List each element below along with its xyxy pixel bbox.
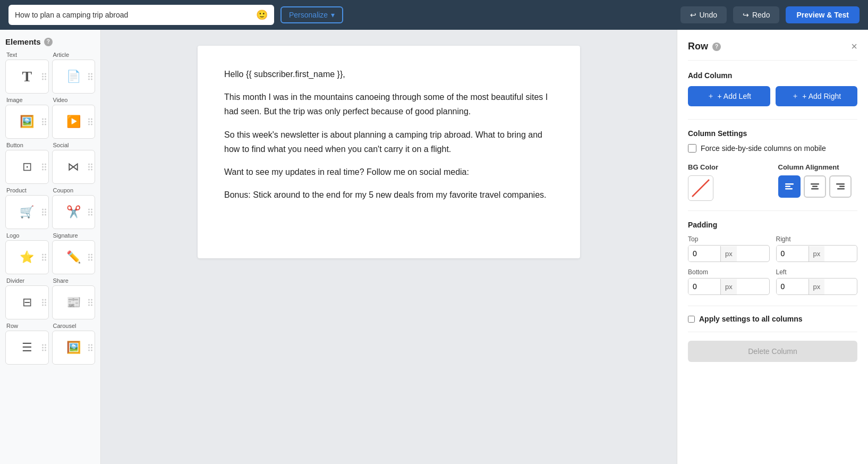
column-settings-title: Column Settings bbox=[688, 129, 857, 138]
share-drag-handle bbox=[88, 299, 92, 306]
padding-right-input-wrap: 0 px bbox=[776, 245, 858, 262]
element-category-text: Text T bbox=[5, 52, 49, 94]
share-label: Share bbox=[52, 277, 96, 284]
coupon-drag-handle bbox=[88, 209, 92, 216]
add-right-button[interactable]: ＋ + Add Right bbox=[776, 86, 858, 106]
bg-color-label: BG Color bbox=[688, 163, 768, 171]
panel-close-button[interactable]: × bbox=[851, 40, 857, 53]
logo-icon: ⭐ bbox=[20, 250, 34, 264]
product-label: Product bbox=[5, 187, 49, 193]
force-columns-label: Force side-by-side columns on mobile bbox=[701, 144, 826, 153]
svg-line-0 bbox=[692, 180, 709, 197]
add-right-icon: ＋ bbox=[792, 91, 799, 101]
row-element-card[interactable]: ☰ bbox=[5, 331, 49, 365]
logo-element-card[interactable]: ⭐ bbox=[5, 240, 49, 274]
signature-element-card[interactable]: ✏️ bbox=[52, 240, 96, 274]
svg-rect-3 bbox=[785, 188, 793, 190]
article-icon: 📄 bbox=[66, 70, 81, 83]
personalize-button[interactable]: Personalize ▾ bbox=[280, 6, 343, 23]
panel-header: Row ? × bbox=[688, 40, 857, 61]
padding-bottom-label: Bottom bbox=[688, 268, 770, 276]
elements-help-icon[interactable]: ? bbox=[44, 38, 53, 46]
divider-drag-handle bbox=[42, 299, 46, 306]
align-left-icon bbox=[784, 181, 795, 192]
apply-all-row: Apply settings to all columns bbox=[688, 306, 857, 332]
button-element-card[interactable]: ⊡ bbox=[5, 150, 49, 184]
force-columns-checkbox[interactable] bbox=[688, 144, 696, 153]
video-element-card[interactable]: ▶️ bbox=[52, 105, 96, 139]
row-drag-handle bbox=[42, 344, 46, 351]
video-label: Video bbox=[52, 97, 96, 103]
row-help-icon[interactable]: ? bbox=[712, 43, 721, 51]
element-category-share: Share 📰 bbox=[52, 277, 96, 319]
article-element-card[interactable]: 📄 bbox=[52, 60, 96, 94]
padding-top-unit: px bbox=[720, 246, 737, 261]
svg-rect-4 bbox=[811, 183, 819, 185]
svg-rect-7 bbox=[836, 183, 845, 185]
padding-right-label: Right bbox=[776, 235, 858, 243]
email-paragraph-4: Bonus: Stick around to the end for my 5 … bbox=[224, 188, 554, 202]
bg-color-swatch[interactable] bbox=[688, 175, 713, 201]
subject-input[interactable]: How to plan a camping trip abroad bbox=[15, 11, 252, 19]
svg-rect-6 bbox=[811, 188, 819, 190]
padding-bottom-input[interactable]: 0 bbox=[688, 279, 720, 294]
align-center-icon bbox=[810, 181, 820, 192]
add-left-icon: ＋ bbox=[707, 91, 714, 101]
padding-top-input[interactable]: 0 bbox=[688, 246, 720, 261]
coupon-label: Coupon bbox=[52, 187, 96, 193]
preview-test-button[interactable]: Preview & Test bbox=[786, 6, 860, 23]
padding-top-input-wrap: 0 px bbox=[688, 245, 770, 262]
share-element-card[interactable]: 📰 bbox=[52, 285, 96, 319]
add-column-row: ＋ + Add Left ＋ + Add Right bbox=[688, 86, 857, 106]
social-element-card[interactable]: ⋈ bbox=[52, 150, 96, 184]
padding-section: Padding Top 0 px Right 0 px bbox=[688, 221, 857, 295]
delete-column-button[interactable]: Delete Column bbox=[688, 341, 857, 362]
chevron-down-icon: ▾ bbox=[331, 11, 335, 19]
coupon-element-card[interactable]: ✂️ bbox=[52, 195, 96, 229]
image-element-card[interactable]: 🖼️ bbox=[5, 105, 49, 139]
element-category-social: Social ⋈ bbox=[52, 142, 96, 184]
column-alignment-block: Column Alignment bbox=[778, 163, 858, 198]
padding-left-input[interactable]: 0 bbox=[777, 279, 809, 294]
divider-label: Divider bbox=[5, 277, 49, 284]
video-icon: ▶️ bbox=[66, 115, 81, 129]
redo-button[interactable]: ↪ Redo bbox=[733, 6, 779, 23]
align-center-button[interactable] bbox=[804, 175, 826, 198]
email-canvas: Hello {{ subscriber.first_name }}, This … bbox=[198, 46, 580, 258]
padding-bottom-input-wrap: 0 px bbox=[688, 278, 770, 295]
element-category-row: Row ☰ bbox=[5, 323, 49, 365]
padding-left-label: Left bbox=[776, 268, 858, 276]
element-category-video: Video ▶️ bbox=[52, 97, 96, 139]
element-category-divider: Divider ⊟ bbox=[5, 277, 49, 319]
emoji-icon[interactable]: 🙂 bbox=[256, 9, 268, 21]
topbar: How to plan a camping trip abroad 🙂 Pers… bbox=[0, 0, 868, 30]
social-drag-handle bbox=[88, 164, 92, 171]
carousel-drag-handle bbox=[88, 344, 92, 351]
svg-rect-9 bbox=[837, 188, 845, 190]
align-right-button[interactable] bbox=[829, 175, 852, 198]
bg-color-block: BG Color bbox=[688, 163, 768, 201]
element-category-logo: Logo ⭐ bbox=[5, 232, 49, 274]
align-left-button[interactable] bbox=[778, 175, 801, 198]
undo-button[interactable]: ↩ Undo bbox=[680, 6, 727, 23]
product-element-card[interactable]: 🛒 bbox=[5, 195, 49, 229]
main-layout: Elements ? Text T Article bbox=[0, 30, 868, 464]
row-icon: ☰ bbox=[22, 341, 32, 355]
color-slash-svg bbox=[689, 176, 712, 200]
element-category-carousel: Carousel 🖼️ bbox=[52, 323, 96, 365]
panel-divider-1 bbox=[688, 119, 857, 120]
panel-title: Row ? bbox=[688, 41, 721, 52]
apply-all-checkbox[interactable] bbox=[688, 316, 695, 323]
carousel-icon: 🖼️ bbox=[66, 341, 81, 355]
padding-top-label: Top bbox=[688, 235, 770, 243]
signature-label: Signature bbox=[52, 232, 96, 239]
divider-element-card[interactable]: ⊟ bbox=[5, 285, 49, 319]
add-left-button[interactable]: ＋ + Add Left bbox=[688, 86, 770, 106]
element-category-coupon: Coupon ✂️ bbox=[52, 187, 96, 229]
alignment-group bbox=[778, 175, 858, 198]
padding-right-input[interactable]: 0 bbox=[777, 246, 809, 261]
button-drag-handle bbox=[42, 164, 46, 171]
button-label: Button bbox=[5, 142, 49, 148]
text-element-card[interactable]: T bbox=[5, 60, 49, 94]
carousel-element-card[interactable]: 🖼️ bbox=[52, 331, 96, 365]
